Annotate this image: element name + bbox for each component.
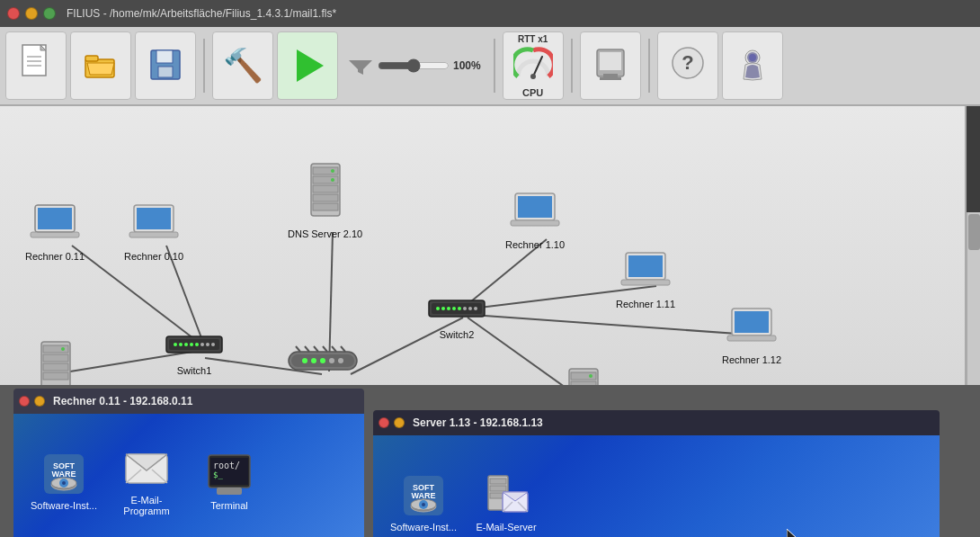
svg-point-74 [468, 307, 472, 310]
svg-rect-93 [43, 372, 68, 380]
cpu-label: CPU [522, 87, 543, 98]
svg-rect-38 [129, 232, 178, 237]
toolbar-separator-2 [494, 39, 495, 93]
node-rechner112[interactable]: Rechner 1.12 [722, 304, 781, 365]
window-server113-body: SOFT WARE Software-Inst... [373, 435, 940, 537]
cpu-gauge: RTT x1 CPU [503, 31, 564, 100]
toolbar-separator-1 [203, 39, 205, 93]
laptop-icon [725, 304, 779, 349]
window-server113[interactable]: Server 1.13 - 192.168.1.13 SOFT WARE So [373, 410, 940, 537]
terminal-icon: root/ $_ [206, 451, 253, 497]
svg-rect-54 [735, 311, 769, 333]
svg-point-21 [749, 54, 756, 61]
open-folder-icon [83, 43, 119, 88]
svg-rect-91 [43, 354, 68, 362]
window-server-min-button[interactable] [394, 417, 405, 428]
simulation-button[interactable] [580, 31, 641, 100]
svg-rect-42 [313, 185, 338, 192]
node-switch1[interactable]: Switch1 [165, 329, 224, 376]
minimize-button[interactable] [25, 7, 38, 20]
svg-point-61 [190, 343, 193, 346]
svg-rect-34 [31, 232, 79, 237]
app-software-inst-rechner[interactable]: SOFT WARE Software-Inst... [28, 451, 100, 511]
node-rechner111[interactable]: Rechner 1.11 [616, 248, 675, 309]
svg-rect-51 [628, 255, 663, 277]
open-button[interactable] [70, 31, 131, 100]
svg-point-60 [184, 343, 188, 346]
help-icon: ? [670, 45, 706, 86]
window-min-button[interactable] [34, 396, 45, 407]
svg-point-78 [302, 358, 307, 363]
svg-rect-6 [85, 56, 98, 61]
laptop-icon [127, 201, 181, 246]
svg-point-75 [474, 307, 477, 310]
speed-input[interactable] [378, 58, 450, 73]
svg-point-63 [200, 343, 204, 346]
svg-line-85 [314, 346, 318, 352]
app-email-server[interactable]: E-Mail-Server [470, 472, 542, 533]
app-terminal-rechner[interactable]: root/ $_ Terminal [193, 451, 265, 511]
new-document-icon [18, 43, 54, 88]
node-rechner110[interactable]: Rechner 1.10 [505, 189, 565, 250]
node-rechner112-label: Rechner 1.12 [722, 354, 781, 365]
close-button[interactable] [7, 7, 20, 20]
play-button[interactable] [277, 31, 338, 100]
node-vermittlung[interactable]: Vermittlungsrechner [279, 345, 367, 385]
info-button[interactable] [722, 31, 783, 100]
speed-slider-area: 100% [347, 57, 481, 75]
svg-line-86 [323, 346, 327, 352]
window-server113-title: Server 1.13 - 192.168.1.13 [413, 416, 543, 429]
window-rechner011-title: Rechner 0.11 - 192.168.0.11 [53, 395, 192, 407]
node-rechner011[interactable]: Rechner 0.11 [25, 201, 85, 262]
save-button[interactable] [135, 31, 196, 100]
svg-point-45 [331, 169, 334, 173]
switch-icon [165, 329, 224, 360]
window-rechner011-titlebar: Rechner 0.11 - 192.168.0.11 [13, 389, 364, 414]
svg-line-84 [305, 346, 309, 352]
node-dns[interactable]: DNS Server 2.10 [288, 160, 362, 239]
email-programm-label: E-Mail-Programm [111, 495, 183, 516]
svg-point-64 [206, 343, 209, 346]
svg-point-71 [452, 307, 456, 310]
svg-point-72 [458, 307, 461, 310]
window-server-close-button[interactable] [379, 417, 389, 428]
laptop-icon [28, 201, 82, 246]
app-software-inst-server[interactable]: SOFT WARE Software-Inst... [388, 472, 459, 533]
node-server113[interactable]: Server 1.13 [555, 365, 612, 385]
software-inst-icon: SOFT WARE [40, 451, 87, 497]
svg-point-70 [447, 307, 450, 310]
node-switch2[interactable]: Switch2 [427, 293, 486, 340]
svg-point-123 [422, 503, 425, 506]
svg-rect-126 [490, 486, 506, 491]
svg-point-100 [589, 374, 592, 378]
svg-rect-92 [43, 363, 68, 371]
app-email-rechner[interactable]: E-Mail-Programm [111, 445, 183, 516]
scrollbar-thumb[interactable] [968, 214, 980, 250]
new-button[interactable] [5, 31, 67, 100]
titlebar: FILIUS - /home/mk/Arbeitsfläche/Filius_1… [0, 0, 980, 27]
svg-text:$_: $_ [213, 470, 223, 479]
svg-rect-44 [313, 203, 338, 210]
maximize-button[interactable] [43, 7, 56, 20]
svg-line-88 [341, 346, 345, 352]
svg-rect-52 [621, 280, 670, 285]
svg-text:?: ? [682, 51, 693, 74]
cpu-gauge-dial [513, 46, 553, 85]
window-close-button[interactable] [19, 396, 30, 407]
terminal-label: Terminal [210, 500, 248, 511]
help-button[interactable]: ? [657, 31, 718, 100]
hammer-icon: 🔨 [223, 47, 263, 85]
node-rechner010[interactable]: Rechner 0.10 [124, 201, 183, 262]
network-canvas[interactable]: Rechner 0.11 Rechner 0.10 DNS [0, 106, 967, 385]
build-button[interactable]: 🔨 [212, 31, 273, 100]
window-server113-titlebar: Server 1.13 - 192.168.1.13 [373, 410, 940, 435]
node-server012[interactable]: Server 0.12 [27, 338, 85, 385]
svg-point-82 [338, 358, 343, 363]
svg-point-69 [441, 307, 445, 310]
toolbar-separator-4 [648, 39, 650, 93]
svg-marker-132 [787, 529, 797, 537]
email-server-label: E-Mail-Server [476, 522, 536, 533]
window-rechner011[interactable]: Rechner 0.11 - 192.168.0.11 SOFT WARE S [13, 389, 364, 537]
svg-point-62 [195, 343, 199, 346]
node-rechner110-label: Rechner 1.10 [505, 239, 565, 250]
